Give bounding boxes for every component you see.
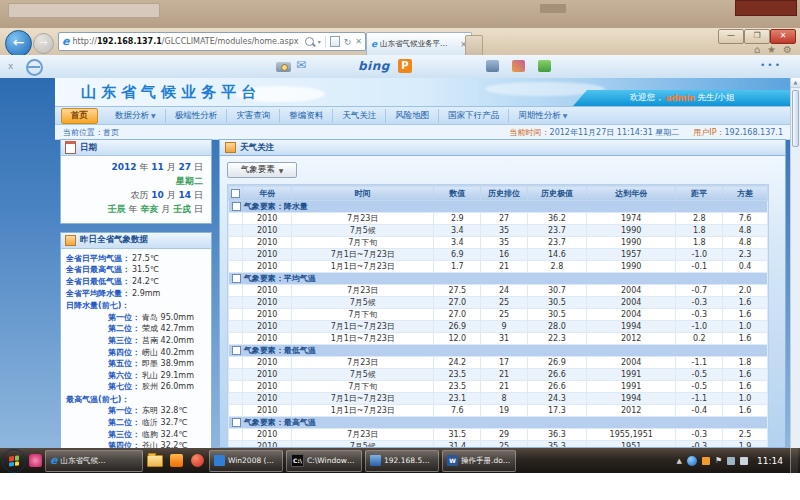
p-app-icon[interactable]: P [398,59,412,73]
table-cell: 2.8 [527,261,586,273]
row-indent-cell [229,429,243,441]
compatibility-view-icon[interactable] [330,36,340,47]
table-row[interactable]: 20107月下旬27.02530.52004-0.31.6 [229,309,768,321]
tray-security-icon[interactable] [702,457,710,465]
table-row[interactable]: 20107月5候31.42535.31951-0.31.9 [229,441,768,449]
bing-logo[interactable]: bing [358,59,390,73]
browser-tab[interactable]: e 山东省气候业务平... × [366,32,472,55]
taskbar-ie-button[interactable]: e 山东省气候业务平... [45,450,143,472]
nav-item-2[interactable]: 数据分析▼ [106,109,166,123]
pinned-app-icon[interactable] [167,452,185,470]
checkbox-icon[interactable] [231,189,240,198]
forward-button[interactable]: → [33,33,54,54]
taskbar-window-button[interactable]: C:\C:\Windows\s... [286,450,362,472]
nav-item-label: 数据分析 [115,110,149,122]
toolbar-addon-icon[interactable] [512,60,525,72]
favorites-star-icon[interactable]: ★ [767,44,776,55]
search-icon[interactable] [305,37,314,46]
stop-icon[interactable]: ✕ [355,37,362,46]
address-bar[interactable]: e http://192.168.137.1/GLCCLIMATE/module… [58,32,366,51]
nav-item-8[interactable]: 国家下行产品 [439,109,509,123]
taskbar-window-button[interactable]: W操作手册.docx ... [442,450,516,472]
table-cell: 7月23日 [292,429,434,441]
element-filter-button[interactable]: 气象要素▼ [227,162,297,178]
pinned-app-icon[interactable] [188,452,206,470]
table-cell: 7月下旬 [292,381,434,393]
table-row[interactable]: 20107月1日~7月23日23.1824.31994-1.11.0 [229,393,768,405]
close-button[interactable]: ✕ [770,29,796,44]
table-row[interactable]: 20107月23日24.21726.92004-1.11.8 [229,357,768,369]
table-row[interactable]: 20107月1日~7月23日26.9928.01994-1.01.0 [229,321,768,333]
page-scrollbar[interactable]: ▲ [790,78,800,448]
tray-expand-icon[interactable]: ▲ [677,457,682,465]
table-row[interactable]: 20101月1日~7月23日7.61917.32012-0.41.6 [229,405,768,417]
pinned-app-icon[interactable] [29,454,42,467]
group-cell: 气象要素：最低气温 [229,345,768,357]
search-dropdown-icon[interactable]: ▾ [318,38,321,45]
table-row[interactable]: 20101月1日~7月23日1.7212.81990-0.10.4 [229,261,768,273]
url-text[interactable]: http://192.168.137.1/GLCCLIMATE/modules/… [72,37,301,46]
table-row[interactable]: 20107月5候27.02530.52004-0.31.6 [229,297,768,309]
start-button[interactable] [2,449,26,473]
nav-item-6[interactable]: 天气关注 [333,109,386,123]
table-group-row[interactable]: 气象要素：最高气温 [229,417,768,429]
tray-monitor-icon[interactable] [727,457,735,465]
toolbar-addon-icon[interactable] [538,60,551,72]
mail-icon[interactable]: ✉ [296,58,306,72]
expand-box-icon[interactable] [232,274,241,283]
table-cell: -0.3 [676,441,723,449]
table-row[interactable]: 20107月23日2.92736.219742.87.6 [229,213,768,225]
table-row[interactable]: 20107月5候3.43523.719901.84.8 [229,225,768,237]
expand-box-icon[interactable] [232,418,241,427]
table-group-row[interactable]: 气象要素：最低气温 [229,345,768,357]
table-row[interactable]: 20107月23日31.52936.31955,1951-0.32.5 [229,429,768,441]
table-row[interactable]: 20107月1日~7月23日6.91614.61957-1.02.3 [229,249,768,261]
toolbar-addon-icon[interactable] [486,60,499,72]
expand-box-icon[interactable] [232,346,241,355]
taskbar-window-button[interactable]: Win2008 (YS2... [209,450,283,472]
nav-item-5[interactable]: 整编资料 [280,109,333,123]
new-tab-button[interactable] [465,35,483,56]
row-indent-cell [229,369,243,381]
table-cell: -0.5 [676,369,723,381]
blocked-icon[interactable] [26,59,43,76]
tray-flag-icon[interactable]: ⚑ [715,456,722,465]
table-row[interactable]: 20107月下旬23.52126.61991-0.51.6 [229,381,768,393]
expand-box-icon[interactable] [232,202,241,211]
table-row[interactable]: 20107月23日27.52430.72004-0.72.0 [229,285,768,297]
weather-panel-body: 全省日平均气温：27.5℃全省日最高气温：31.5℃全省日最低气温：24.2℃全… [61,249,211,448]
tray-network-icon[interactable] [687,456,697,466]
toolbar-close-icon[interactable]: x [8,61,13,71]
table-cell: 14.6 [527,249,586,261]
table-row[interactable]: 20101月1日~7月23日12.03122.320120.21.6 [229,333,768,345]
camera-icon[interactable] [276,62,291,72]
maximize-button[interactable]: ❐ [744,29,770,44]
nav-item-7[interactable]: 风险地图 [386,109,439,123]
nav-item-9[interactable]: 周期性分析▼ [509,109,576,123]
stat-value: 24.2℃ [132,276,159,288]
nav-item-1[interactable]: 首页 [61,108,98,124]
nav-item-3[interactable]: 极端性分析 [166,109,228,123]
tab-title[interactable]: 山东省气候业务平... [380,39,457,49]
table-cell: 31 [481,333,528,345]
scroll-up-arrow[interactable]: ▲ [791,78,800,88]
table-cell: 27.0 [434,297,481,309]
toolbar-overflow-dots[interactable]: ••• [760,60,782,70]
settings-gear-icon[interactable]: ⚙ [783,44,792,55]
back-button[interactable]: ← [5,30,32,57]
taskbar-clock[interactable]: 11:14 [757,456,783,466]
minimize-button[interactable]: — [718,29,744,44]
table-group-row[interactable]: 气象要素：降水量 [229,201,768,213]
table-row[interactable]: 20107月下旬3.43523.719901.84.8 [229,237,768,249]
show-desktop-button[interactable] [790,448,798,473]
refresh-icon[interactable]: ↻ [344,37,352,47]
table-cell: -1.1 [676,393,723,405]
explorer-icon[interactable] [146,452,164,470]
scrollbar-thumb[interactable] [792,90,799,147]
home-icon[interactable]: ⌂ [754,44,760,55]
table-group-row[interactable]: 气象要素：平均气温 [229,273,768,285]
taskbar-window-button[interactable]: 192.168.59.99... [365,450,439,472]
table-row[interactable]: 20107月5候23.52126.61991-0.51.6 [229,369,768,381]
tray-volume-icon[interactable] [740,457,748,465]
nav-item-4[interactable]: 灾害查询 [227,109,280,123]
